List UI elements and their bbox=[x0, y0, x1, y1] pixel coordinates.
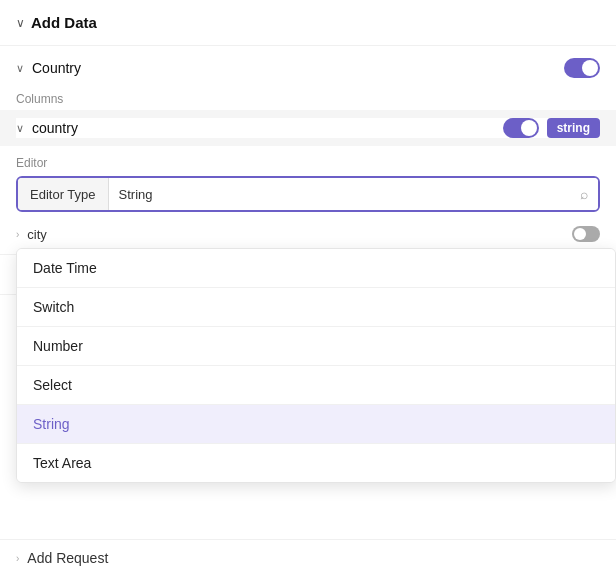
string-badge: string bbox=[547, 118, 600, 138]
dropdown-item-number[interactable]: Number bbox=[17, 327, 615, 365]
editor-type-dropdown: Date Time Switch Number Select String Te… bbox=[16, 248, 616, 483]
editor-type-label: Editor Type bbox=[18, 178, 109, 210]
header: ∨ Add Data bbox=[0, 0, 616, 41]
editor-type-input[interactable]: String ⌕ bbox=[109, 178, 598, 210]
search-icon: ⌕ bbox=[580, 186, 588, 202]
main-container: ∨ Add Data ∨ Country Columns ∨ country s… bbox=[0, 0, 616, 576]
country-section-row[interactable]: ∨ Country bbox=[0, 50, 616, 86]
header-chevron[interactable]: ∨ bbox=[16, 16, 25, 30]
add-request-chevron[interactable]: › bbox=[16, 553, 19, 564]
city-row[interactable]: › city bbox=[0, 218, 616, 250]
country-label: Country bbox=[32, 60, 556, 76]
dropdown-item-string[interactable]: String bbox=[17, 405, 615, 443]
add-request-row[interactable]: › Add Request bbox=[0, 539, 616, 576]
editor-type-row: Editor Type String ⌕ bbox=[16, 176, 600, 212]
dropdown-item-textarea[interactable]: Text Area bbox=[17, 444, 615, 482]
country-toggle[interactable] bbox=[564, 58, 600, 78]
country-chevron[interactable]: ∨ bbox=[16, 62, 24, 75]
dropdown-item-select[interactable]: Select bbox=[17, 366, 615, 404]
city-toggle[interactable] bbox=[572, 226, 600, 242]
country-sub-row: ∨ country string bbox=[0, 110, 616, 146]
page-title: Add Data bbox=[31, 14, 97, 31]
dropdown-item-datetime[interactable]: Date Time bbox=[17, 249, 615, 287]
city-chevron[interactable]: › bbox=[16, 229, 19, 240]
country-col-chevron[interactable]: ∨ bbox=[16, 122, 24, 135]
editor-label: Editor bbox=[0, 146, 616, 176]
country-col-toggle[interactable] bbox=[503, 118, 539, 138]
columns-label: Columns bbox=[0, 86, 616, 110]
add-request-label: Add Request bbox=[27, 550, 108, 566]
editor-type-value: String bbox=[119, 187, 153, 202]
country-columns-row[interactable]: ∨ country string bbox=[16, 118, 600, 138]
country-col-label: country bbox=[32, 120, 495, 136]
dropdown-item-switch[interactable]: Switch bbox=[17, 288, 615, 326]
city-label: city bbox=[27, 227, 564, 242]
